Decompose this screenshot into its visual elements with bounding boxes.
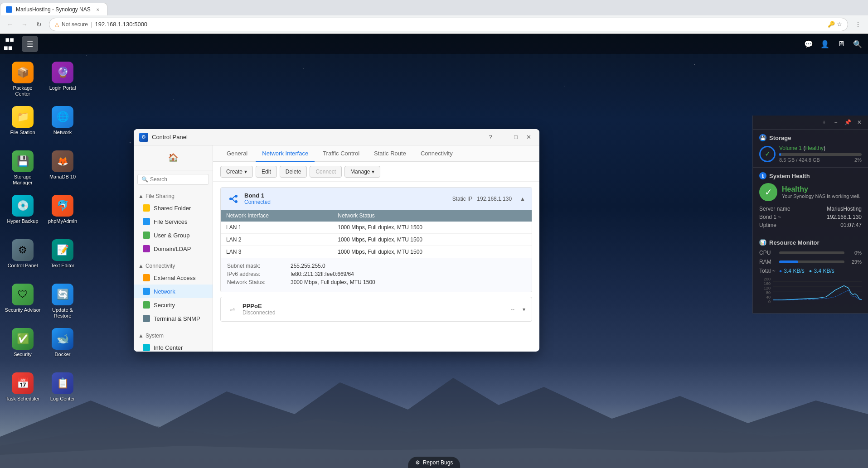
- desktop-icon-phpmyadmin[interactable]: 🐬 phpMyAdmin: [44, 192, 81, 233]
- taskbar-apps-icon[interactable]: ☰: [22, 36, 38, 52]
- desktop-icon-control-panel[interactable]: ⚙ Control Panel: [5, 236, 41, 277]
- delete-button[interactable]: Delete: [280, 166, 307, 178]
- desktop-icon-storage-manager[interactable]: 💾 Storage Manager: [5, 148, 41, 188]
- update-restore-icon: 🔄: [52, 284, 73, 305]
- pppoe-collapse-chevron[interactable]: ▾: [523, 306, 525, 313]
- tab-general[interactable]: General: [220, 145, 254, 162]
- edit-button[interactable]: Edit: [256, 166, 277, 178]
- tab-close-btn[interactable]: ×: [94, 6, 102, 13]
- address-bar[interactable]: △ Not secure | 192.168.1.130:5000 🔑 ☆: [49, 18, 848, 31]
- svg-line-3: [232, 196, 235, 199]
- rp-minimize-button[interactable]: −: [831, 117, 841, 127]
- total-dl: 3.4 KB/s: [784, 268, 804, 274]
- rp-pin-button[interactable]: 📌: [843, 117, 853, 127]
- tab-static-route[interactable]: Static Route: [368, 145, 412, 162]
- resource-section-icon: 📊: [759, 239, 766, 246]
- desktop-icon-security[interactable]: ✅ Security: [5, 325, 41, 366]
- sidebar-item-shared-folder[interactable]: Shared Folder: [134, 201, 213, 215]
- desktop-icon-log-center[interactable]: 📋 Log Center: [44, 370, 81, 410]
- taskbar-grid-icon[interactable]: ■■ ■■: [4, 36, 20, 52]
- lan1-name: LAN 1: [221, 222, 332, 234]
- sidebar-item-user-group[interactable]: User & Group: [134, 228, 213, 242]
- lan2-row[interactable]: LAN 2 1000 Mbps, Full duplex, MTU 1500: [221, 234, 532, 246]
- close-button[interactable]: ✕: [523, 132, 534, 143]
- storage-size: 8.5 GB / 424.8 GB 2%: [779, 157, 862, 163]
- sidebar-item-domain-ldap[interactable]: Domain/LDAP: [134, 242, 213, 256]
- home-button[interactable]: 🏠: [166, 151, 180, 164]
- create-button[interactable]: Create ▾: [220, 166, 253, 178]
- desktop-icon-package-center[interactable]: 📦 PackageCenter: [5, 59, 41, 100]
- shared-folder-label: Shared Folder: [154, 205, 191, 212]
- desktop-icon-login-portal[interactable]: 🔮 Login Portal: [44, 59, 81, 100]
- back-button[interactable]: ←: [4, 18, 16, 31]
- subnet-mask-label: Subnet mask:: [227, 263, 291, 269]
- lan1-row[interactable]: LAN 1 1000 Mbps, Full duplex, MTU 1500: [221, 222, 532, 234]
- connectivity-section-header[interactable]: ▲ Connectivity: [134, 261, 213, 271]
- sidebar-item-file-services[interactable]: File Services: [134, 215, 213, 228]
- desktop-icon-mariadb[interactable]: 🦊 MariaDB 10: [44, 148, 81, 188]
- desktop-icon-file-station[interactable]: 📁 File Station: [5, 103, 41, 144]
- mariadb-label: MariaDB 10: [49, 174, 76, 180]
- desktop-icon-task-scheduler[interactable]: 📅 Task Scheduler: [5, 370, 41, 410]
- desktop-icon-network[interactable]: 🌐 Network: [44, 103, 81, 144]
- sidebar-item-network[interactable]: Network: [134, 285, 213, 298]
- extensions-btn[interactable]: ⋮: [852, 18, 864, 31]
- search-input[interactable]: [150, 176, 213, 183]
- phpmyadmin-icon: 🐬: [52, 195, 73, 217]
- sidebar-item-terminal-snmp[interactable]: Terminal & SNMP: [134, 312, 213, 325]
- connect-button[interactable]: Connect: [310, 166, 342, 178]
- bond1-header[interactable]: Bond 1 Connected Static IP 192.168.1.130…: [221, 188, 532, 210]
- browser-tab-active[interactable]: MariusHosting - Synology NAS ×: [0, 3, 107, 15]
- bond1-collapse-chevron[interactable]: ▲: [520, 196, 525, 202]
- reload-button[interactable]: ↻: [33, 18, 45, 31]
- windows-icon[interactable]: 🖥: [834, 37, 848, 51]
- hyper-backup-label: Hyper Backup: [7, 218, 38, 224]
- rp-add-button[interactable]: +: [819, 117, 829, 127]
- desktop-icon-text-editor[interactable]: 📝 Text Editor: [44, 236, 81, 277]
- rp-close-button[interactable]: ✕: [854, 117, 864, 127]
- search-icon: 🔍: [141, 176, 148, 183]
- minimize-button[interactable]: −: [498, 132, 509, 143]
- address-icons: 🔑 ☆: [828, 21, 842, 28]
- tab-traffic-control[interactable]: Traffic Control: [316, 145, 366, 162]
- desktop-icon-docker[interactable]: 🐋 Docker: [44, 325, 81, 366]
- cpu-bar: [779, 251, 844, 254]
- messages-icon[interactable]: 💬: [802, 37, 815, 51]
- tab-network-interface[interactable]: Network Interface: [256, 145, 315, 162]
- pppoe-header[interactable]: ⇌ PPPoE Disconnected -- ▾: [221, 297, 532, 321]
- system-section-header[interactable]: ▲ System: [134, 331, 213, 341]
- desktop-icon-hyper-backup[interactable]: 💿 Hyper Backup: [5, 192, 41, 233]
- sidebar-search-box[interactable]: 🔍: [137, 174, 209, 185]
- desktop-icons-grid: 📦 PackageCenter 🔮 Login Portal 📁 File St…: [5, 59, 81, 410]
- tab-favicon: [6, 6, 12, 13]
- sidebar-item-info-center[interactable]: Info Center: [134, 341, 213, 352]
- lan3-row[interactable]: LAN 3 1000 Mbps, Full duplex, MTU 1500: [221, 246, 532, 258]
- mountain-overlay: [0, 355, 868, 468]
- bond1-icon: [227, 193, 240, 205]
- user-icon[interactable]: 👤: [818, 37, 832, 51]
- report-bugs-bar[interactable]: ⚙ Report Bugs: [408, 457, 461, 468]
- help-button[interactable]: ?: [485, 132, 496, 143]
- star-icon[interactable]: ☆: [837, 21, 842, 28]
- sidebar-item-security[interactable]: Security: [134, 298, 213, 312]
- health-description: Your Synology NAS is working well.: [782, 193, 862, 199]
- maximize-button[interactable]: □: [510, 132, 521, 143]
- external-access-icon: [143, 274, 150, 281]
- bond1-details: Subnet mask: 255.255.255.0 IPv6 address:…: [221, 258, 532, 292]
- search-icon[interactable]: 🔍: [851, 37, 864, 51]
- panel-tabs: General Network Interface Traffic Contro…: [213, 145, 539, 162]
- svg-point-0: [229, 198, 232, 200]
- lan3-status: 1000 Mbps, Full duplex, MTU 1500: [332, 246, 532, 258]
- desktop-icon-security-advisor[interactable]: 🛡 Security Advisor: [5, 281, 41, 322]
- server-name-row: Server name MariusHosting: [759, 205, 862, 213]
- manage-button[interactable]: Manage ▾: [344, 166, 380, 178]
- sidebar-connectivity-section: ▲ Connectivity External Access Network S…: [134, 258, 213, 328]
- sidebar-item-external-access[interactable]: External Access: [134, 271, 213, 285]
- pppoe-arrows-icon: ⇌: [227, 304, 238, 315]
- file-sharing-section-header[interactable]: ▲ File Sharing: [134, 191, 213, 201]
- tab-connectivity[interactable]: Connectivity: [414, 145, 459, 162]
- desktop-icon-update-restore[interactable]: 🔄 Update & Restore: [44, 281, 81, 322]
- forward-button[interactable]: →: [18, 18, 31, 31]
- server-name-value: MariusHosting: [827, 206, 862, 212]
- panel-content: Bond 1 Connected Static IP 192.168.1.130…: [213, 182, 539, 352]
